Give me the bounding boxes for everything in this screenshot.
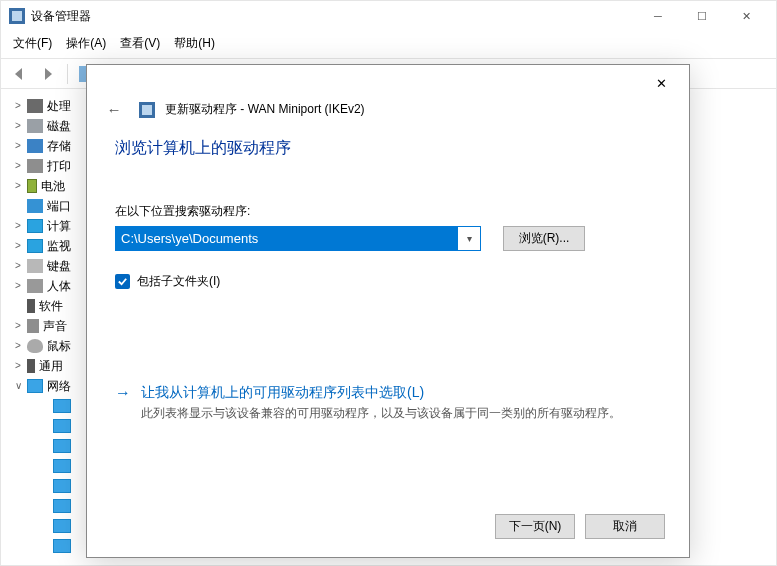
menu-help[interactable]: 帮助(H) <box>168 33 221 54</box>
menubar: 文件(F) 操作(A) 查看(V) 帮助(H) <box>1 31 776 59</box>
devman-app-icon <box>9 8 25 24</box>
dialog-button-bar: 下一页(N) 取消 <box>495 514 665 539</box>
menu-view[interactable]: 查看(V) <box>114 33 166 54</box>
menu-action[interactable]: 操作(A) <box>60 33 112 54</box>
pick-from-list-title: 让我从计算机上的可用驱动程序列表中选取(L) <box>141 384 621 402</box>
window-controls: ─ ☐ ✕ <box>636 2 768 30</box>
pick-from-list-link[interactable]: → 让我从计算机上的可用驱动程序列表中选取(L) 此列表将显示与该设备兼容的可用… <box>115 384 663 421</box>
devman-title-text: 设备管理器 <box>31 8 91 25</box>
path-combobox[interactable]: C:\Users\ye\Documents ▾ <box>115 226 481 251</box>
checkbox-checked-icon <box>115 274 130 289</box>
browse-button[interactable]: 浏览(R)... <box>503 226 585 251</box>
nav-forward-button[interactable] <box>35 62 61 86</box>
dialog-head-text: 更新驱动程序 - WAN Miniport (IKEv2) <box>165 101 365 118</box>
update-driver-dialog: ✕ ← 更新驱动程序 - WAN Miniport (IKEv2) 浏览计算机上… <box>86 64 690 558</box>
close-button[interactable]: ✕ <box>724 2 768 30</box>
cancel-button[interactable]: 取消 <box>585 514 665 539</box>
include-subfolders-label: 包括子文件夹(I) <box>137 273 220 290</box>
next-button[interactable]: 下一页(N) <box>495 514 575 539</box>
pick-from-list-sub: 此列表将显示与该设备兼容的可用驱动程序，以及与该设备属于同一类别的所有驱动程序。 <box>141 405 621 421</box>
include-subfolders-checkbox[interactable]: 包括子文件夹(I) <box>115 273 663 290</box>
arrow-right-icon: → <box>115 384 131 402</box>
dialog-breadcrumb: ← 更新驱动程序 - WAN Miniport (IKEv2) <box>87 101 689 124</box>
driver-device-icon <box>139 102 155 118</box>
path-combobox-value[interactable]: C:\Users\ye\Documents <box>116 227 458 250</box>
search-location-label: 在以下位置搜索驱动程序: <box>115 203 663 220</box>
dialog-title: 浏览计算机上的驱动程序 <box>115 138 663 159</box>
dialog-back-button[interactable]: ← <box>99 101 129 118</box>
chevron-down-icon[interactable]: ▾ <box>458 233 480 244</box>
dialog-titlebar: ✕ <box>87 65 689 101</box>
maximize-button[interactable]: ☐ <box>680 2 724 30</box>
nav-back-button[interactable] <box>5 62 31 86</box>
minimize-button[interactable]: ─ <box>636 2 680 30</box>
dialog-close-button[interactable]: ✕ <box>643 68 679 98</box>
menu-file[interactable]: 文件(F) <box>7 33 58 54</box>
devman-titlebar: 设备管理器 ─ ☐ ✕ <box>1 1 776 31</box>
